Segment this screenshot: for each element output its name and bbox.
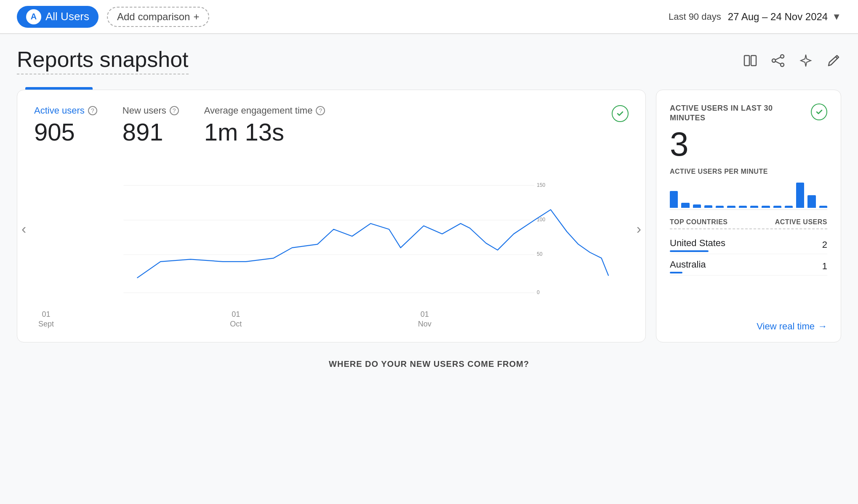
- view-realtime-link[interactable]: View real time →: [670, 321, 827, 332]
- columns-icon: [743, 53, 758, 68]
- active-users-count: 3: [670, 127, 827, 161]
- active-users-info-icon[interactable]: ?: [88, 106, 97, 115]
- engagement-time-value: 1m 13s: [204, 119, 325, 146]
- country-value-au: 1: [822, 261, 827, 272]
- top-bar: A All Users Add comparison + Last 90 day…: [0, 0, 858, 34]
- countries-col-label: TOP COUNTRIES: [670, 218, 727, 226]
- svg-text:150: 150: [537, 182, 545, 188]
- svg-rect-1: [751, 56, 756, 66]
- line-chart-container: 150 100 50 0 01 Sept 01 Oct: [34, 162, 629, 329]
- mini-bar-chart: [670, 180, 827, 210]
- country-row-au: Australia 1: [670, 254, 827, 276]
- header-icons: [743, 53, 841, 68]
- mini-bar-8: [750, 206, 758, 208]
- view-realtime-label: View real time: [757, 321, 815, 332]
- x-label-nov: 01 Nov: [418, 310, 432, 329]
- active-users-metric: Active users ? 905: [34, 105, 97, 146]
- engagement-time-label: Average engagement time ?: [204, 105, 325, 116]
- engagement-info-icon[interactable]: ?: [316, 106, 325, 115]
- top-bar-left: A All Users Add comparison +: [17, 6, 209, 28]
- cards-row: ‹ Active users ? 905 New users: [17, 90, 841, 342]
- country-row-us: United States 2: [670, 233, 827, 254]
- mini-bar-5: [716, 206, 724, 208]
- bottom-label: WHERE DO YOUR NEW USERS COME FROM?: [17, 359, 841, 369]
- arrow-right-icon: →: [818, 321, 827, 332]
- country-au: Australia: [670, 259, 706, 273]
- mini-bar-11: [785, 206, 793, 208]
- realtime-card: ACTIVE USERS IN LAST 30 MINUTES 3 ACTIVE…: [656, 90, 841, 342]
- active-users-value: 905: [34, 119, 97, 146]
- country-us: United States: [670, 238, 725, 252]
- mini-bar-14: [819, 206, 827, 208]
- edit-button[interactable]: [826, 53, 841, 68]
- add-comparison-label: Add comparison: [117, 11, 190, 23]
- active-users-label: Active users ?: [34, 105, 97, 116]
- main-metrics-card: ‹ Active users ? 905 New users: [17, 90, 646, 342]
- prev-metric-button[interactable]: ‹: [21, 220, 26, 237]
- line-chart-svg: 150 100 50 0: [34, 162, 629, 305]
- mini-bar-2: [681, 203, 689, 208]
- all-users-avatar: A: [26, 9, 41, 24]
- edit-icon: [826, 53, 841, 68]
- metrics-header: Active users ? 905 New users ? 891: [34, 105, 629, 154]
- chart-x-labels: 01 Sept 01 Oct 01 Nov: [34, 310, 629, 329]
- add-comparison-plus-icon: +: [193, 11, 199, 23]
- mini-bar-9: [762, 206, 770, 208]
- svg-point-4: [781, 63, 784, 66]
- x-label-sept: 01 Sept: [38, 310, 54, 329]
- mini-bar-12: [796, 183, 804, 208]
- svg-line-7: [836, 57, 837, 58]
- new-users-value: 891: [123, 119, 179, 146]
- all-users-label: All Users: [45, 10, 89, 23]
- svg-line-6: [775, 61, 781, 64]
- all-users-button[interactable]: A All Users: [17, 6, 99, 28]
- country-bar-us: [670, 250, 709, 252]
- mini-bar-6: [727, 206, 735, 208]
- realtime-verified-icon: [811, 103, 827, 120]
- mini-bar-4: [704, 205, 712, 208]
- x-label-oct: 01 Oct: [230, 310, 242, 329]
- svg-line-5: [775, 57, 781, 60]
- realtime-header: ACTIVE USERS IN LAST 30 MINUTES: [670, 103, 827, 123]
- new-users-label: New users ?: [123, 105, 179, 116]
- countries-header: TOP COUNTRIES ACTIVE USERS: [670, 218, 827, 229]
- svg-rect-0: [744, 56, 749, 66]
- compare-view-button[interactable]: [743, 53, 758, 68]
- svg-point-3: [772, 59, 775, 62]
- insights-button[interactable]: [798, 53, 813, 68]
- next-metric-button[interactable]: ›: [637, 220, 641, 237]
- new-users-metric: New users ? 891: [123, 105, 179, 146]
- date-label: Last 90 days: [669, 11, 721, 22]
- data-verified-icon: [612, 105, 629, 122]
- date-range-value: 27 Aug – 24 Nov 2024: [728, 11, 828, 23]
- country-value-us: 2: [822, 239, 827, 250]
- country-bar-au: [670, 272, 682, 273]
- svg-text:50: 50: [537, 251, 543, 257]
- top-bar-right: Last 90 days 27 Aug – 24 Nov 2024 ▼: [669, 11, 841, 23]
- mini-bar-3: [693, 204, 701, 208]
- svg-point-2: [781, 55, 784, 58]
- insights-icon: [798, 53, 813, 68]
- page-title: Reports snapshot: [17, 47, 189, 74]
- new-users-info-icon[interactable]: ?: [170, 106, 179, 115]
- mini-bar-1: [670, 191, 678, 208]
- engagement-time-metric: Average engagement time ? 1m 13s: [204, 105, 325, 146]
- date-dropdown-icon[interactable]: ▼: [832, 11, 841, 22]
- main-content: ‹ Active users ? 905 New users: [0, 79, 858, 386]
- page-header: Reports snapshot: [0, 34, 858, 79]
- mini-bar-7: [739, 206, 747, 208]
- metrics-row: Active users ? 905 New users ? 891: [34, 105, 325, 146]
- realtime-title: ACTIVE USERS IN LAST 30 MINUTES: [670, 103, 806, 123]
- add-comparison-button[interactable]: Add comparison +: [107, 7, 209, 27]
- mini-bar-13: [807, 195, 815, 208]
- share-icon: [770, 53, 786, 68]
- svg-text:0: 0: [537, 289, 540, 295]
- users-col-label: ACTIVE USERS: [775, 218, 827, 226]
- share-button[interactable]: [770, 53, 786, 68]
- mini-bar-10: [773, 206, 781, 208]
- per-minute-label: ACTIVE USERS PER MINUTE: [670, 168, 827, 175]
